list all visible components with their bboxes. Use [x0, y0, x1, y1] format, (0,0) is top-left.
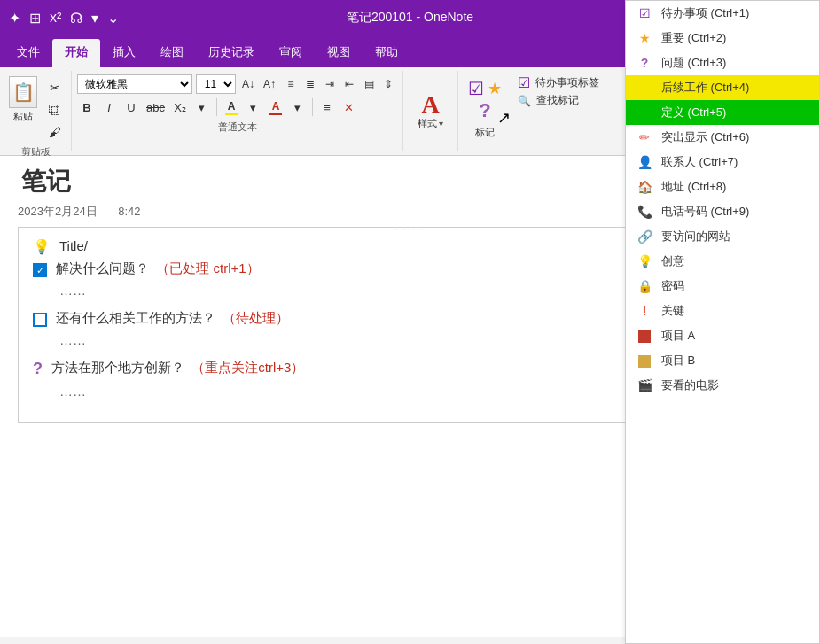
note-item-1-text: 解决什么问题？ （已处理 ctrl+1）	[56, 260, 260, 277]
indent-more-button[interactable]: ⇥	[321, 75, 339, 93]
marks-findtag-row[interactable]: 🔍 查找标记	[518, 93, 599, 108]
menu-projecta-label: 项目 A	[661, 328, 695, 344]
tab-help[interactable]: 帮助	[363, 39, 410, 67]
menu-projectb-label: 项目 B	[661, 353, 695, 369]
paste-label: 粘贴	[13, 110, 33, 123]
cut-button[interactable]: ✂	[44, 78, 66, 97]
style-label: 样式	[418, 117, 437, 130]
checkbox-empty-icon[interactable]	[33, 313, 47, 327]
paste-button[interactable]: 📋 粘贴	[5, 74, 41, 125]
font-color-dropdown[interactable]: ▾	[288, 97, 308, 117]
title-bulb-icon: 💡	[33, 238, 51, 255]
menu-website-icon: 🔗	[636, 229, 652, 244]
highlight-dropdown[interactable]: ▾	[244, 97, 263, 117]
font-row2: B I U abc X₂ ▾ A ▾ A ▾ ≡ ✕	[77, 97, 397, 117]
menu-item-definition[interactable]: 定义 (Ctrl+5)	[626, 100, 819, 125]
copy-button[interactable]: ⿻	[44, 100, 66, 120]
note-item-1-annotation: （已处理 ctrl+1）	[156, 260, 259, 275]
subscript-dropdown[interactable]: ▾	[192, 97, 212, 117]
subscript-button[interactable]: X₂	[170, 97, 190, 117]
strikethrough-button[interactable]: abc	[144, 97, 168, 117]
menu-highlight-label: 突出显示 (Ctrl+6)	[661, 129, 749, 145]
menu-key-label: 关键	[661, 303, 684, 319]
title-bar-app-icons: ✦ ⊞ x² ☊ ▾ ⌄	[9, 10, 119, 27]
menu-website-label: 要访问的网站	[661, 229, 730, 244]
menu-item-question[interactable]: ? 问题 (Ctrl+3)	[626, 50, 819, 75]
menu-password-label: 密码	[661, 278, 684, 294]
menu-item-projectb[interactable]: 项目 B	[626, 348, 819, 373]
lasso-icon: ☊	[70, 10, 82, 27]
menu-movie-label: 要看的电影	[661, 377, 719, 393]
font-row1: 微软雅黑 11 A↓ A↑ ≡ ≣ ⇥ ⇤ ▤ ⇕	[77, 74, 397, 94]
style-button[interactable]: A 样式 ▾	[410, 89, 450, 134]
menu-contact-icon: 👤	[636, 155, 652, 169]
style-a-icon: A	[421, 92, 439, 117]
menu-definition-label: 定义 (Ctrl+5)	[661, 105, 726, 120]
dropdown-arrow[interactable]: ▾	[91, 10, 98, 27]
menu-item-projecta[interactable]: 项目 A	[626, 323, 819, 348]
tags-label: 标记	[475, 126, 495, 139]
underline-button[interactable]: U	[121, 97, 141, 117]
menu-address-label: 地址 (Ctrl+8)	[661, 179, 726, 195]
main-area: 笔记 2023年2月24日 8:42 · · · · ◁ ▷ 💡 Title/	[0, 156, 820, 637]
more-icon[interactable]: ⌄	[107, 10, 119, 27]
menu-item-followup[interactable]: 后续工作 (Ctrl+4)	[626, 75, 819, 100]
tab-insert[interactable]: 插入	[100, 39, 148, 67]
menu-important-label: 重要 (Ctrl+2)	[661, 30, 726, 46]
menu-movie-icon: 🎬	[636, 378, 652, 392]
align-left-button[interactable]: ≡	[317, 97, 337, 117]
clear-format-button[interactable]: ✕	[340, 97, 359, 117]
marks-todo-row[interactable]: ☑ 待办事项标签	[518, 74, 599, 91]
menu-item-key[interactable]: ! 关键	[626, 299, 819, 323]
checkbox-done-icon[interactable]: ✓	[33, 263, 47, 277]
tab-review[interactable]: 审阅	[267, 39, 315, 67]
bold-button[interactable]: B	[77, 97, 97, 117]
tags-icon-area[interactable]: ☑ ★ ? ↗	[464, 74, 506, 126]
tab-file[interactable]: 文件	[4, 39, 52, 67]
menu-address-icon: 🏠	[636, 180, 652, 194]
menu-contact-label: 联系人 (Ctrl+7)	[661, 154, 738, 170]
increase-font-button[interactable]: A↑	[261, 75, 278, 93]
note-title-text[interactable]: Title/	[59, 238, 88, 253]
menu-item-highlight[interactable]: ✏ 突出显示 (Ctrl+6)	[626, 125, 819, 150]
decrease-font-button[interactable]: A↓	[239, 75, 257, 93]
menu-item-important[interactable]: ★ 重要 (Ctrl+2)	[626, 26, 819, 50]
tags-group: ☑ ★ ? ↗ 标记	[458, 71, 512, 151]
menu-item-phone[interactable]: 📞 电话号码 (Ctrl+9)	[626, 199, 819, 224]
format-painter-button[interactable]: 🖌	[44, 122, 66, 142]
menu-item-todo[interactable]: ☑ 待办事项 (Ctrl+1)	[626, 1, 819, 26]
numbered-list-button[interactable]: ≣	[301, 75, 319, 93]
marks-todo-label: 待办事项标签	[535, 75, 599, 90]
note-item-2-annotation: （待处理）	[223, 310, 289, 325]
tab-history[interactable]: 历史记录	[196, 39, 267, 67]
align-button[interactable]: ▤	[360, 75, 378, 93]
menu-item-website[interactable]: 🔗 要访问的网站	[626, 224, 819, 249]
tag-question-icon: ?	[479, 99, 490, 122]
style-group: A 样式 ▾	[403, 71, 458, 151]
highlight-color-button[interactable]: A	[222, 97, 241, 117]
font-color-button[interactable]: A	[266, 97, 285, 117]
font-group-label: 普通文本	[77, 117, 397, 134]
line-spacing-button[interactable]: ⇕	[379, 75, 397, 93]
menu-item-address[interactable]: 🏠 地址 (Ctrl+8)	[626, 175, 819, 199]
indent-less-button[interactable]: ⇤	[340, 75, 358, 93]
menu-item-password[interactable]: 🔒 密码	[626, 274, 819, 299]
font-family-select[interactable]: 微软雅黑	[77, 74, 192, 94]
italic-button[interactable]: I	[99, 97, 119, 117]
tab-view[interactable]: 视图	[315, 39, 363, 67]
font-size-select[interactable]: 11	[196, 74, 236, 94]
bullet-list-button[interactable]: ≡	[282, 75, 300, 93]
marks-checkbox-icon: ☑	[518, 74, 530, 91]
menu-highlight-icon: ✏	[636, 130, 652, 144]
menu-followup-label: 后续工作 (Ctrl+4)	[661, 80, 749, 96]
menu-item-movie[interactable]: 🎬 要看的电影	[626, 373, 819, 398]
menu-item-contact[interactable]: 👤 联系人 (Ctrl+7)	[626, 150, 819, 175]
small-buttons: ✂ ⿻ 🖌	[44, 78, 66, 142]
question-icon: ?	[33, 360, 43, 378]
menu-item-idea[interactable]: 💡 创意	[626, 249, 819, 274]
tab-home[interactable]: 开始	[52, 39, 100, 67]
note-item-2-text: 还有什么相关工作的方法？ （待处理）	[56, 310, 289, 327]
drag-handle[interactable]: · · · ·	[395, 224, 425, 234]
note-date: 2023年2月24日	[18, 205, 98, 218]
tab-draw[interactable]: 绘图	[148, 39, 196, 67]
